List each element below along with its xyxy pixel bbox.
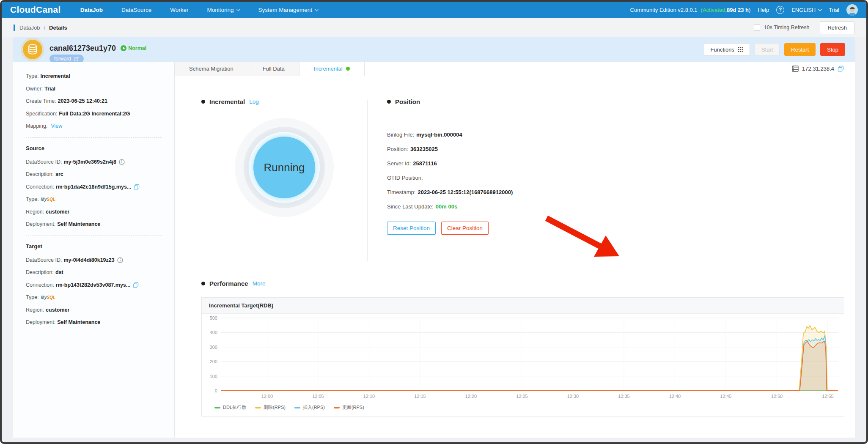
info-icon[interactable]	[119, 159, 125, 165]
worker-ip: 172.31.238.4	[802, 66, 834, 72]
edit-icon[interactable]	[74, 56, 79, 61]
stop-button[interactable]: Stop	[820, 43, 845, 56]
field-label: Description:	[26, 171, 54, 178]
tab-label: Incremental	[314, 66, 343, 72]
svg-text:200: 200	[210, 359, 217, 364]
chevron-down-icon	[818, 7, 822, 11]
info-icon[interactable]	[117, 257, 123, 263]
nav-item-system-management[interactable]: System Management	[258, 7, 319, 13]
field-value: my-5j3m0e369s2n4j8	[63, 159, 116, 166]
tab-full-data[interactable]: Full Data	[248, 62, 299, 76]
reset-position-button[interactable]: Reset Position	[387, 222, 436, 235]
legend-label: 删除(RPS)	[264, 404, 286, 411]
user-name[interactable]: Trial	[829, 7, 839, 13]
position-row: Position:363235025	[387, 146, 855, 152]
topnav-right: Community Edition v2.8.0.1 (Activated , …	[630, 4, 858, 16]
field-label: Server Id:	[387, 160, 411, 167]
database-icon	[23, 40, 42, 59]
green-status-dot	[346, 67, 350, 71]
position-row: Server Id:25871116	[387, 160, 855, 167]
field-label: Connection:	[26, 184, 54, 191]
field-value: my-0l4d4di80k19z23	[63, 257, 114, 264]
details-panel: Type:IncrementalOwner:TrialCreate Time:2…	[13, 62, 855, 438]
help-link[interactable]: Help	[758, 7, 769, 13]
cloudcanal-logo[interactable]: CloudCanal	[10, 5, 61, 15]
field-label: GTID Position:	[387, 175, 423, 181]
bullet-icon	[387, 100, 391, 104]
chart-legend: DDL执行数删除(RPS)插入(RPS)更新(RPS)	[202, 403, 844, 416]
running-state-label: Running	[264, 161, 305, 174]
nav-item-worker[interactable]: Worker	[170, 7, 188, 13]
sidebar-row: Create Time:2023-06-25 12:40:21	[26, 98, 162, 105]
field-label: DataSource ID:	[26, 257, 62, 264]
restart-button[interactable]: Restart	[784, 43, 816, 56]
field-label: Mapping:	[26, 123, 47, 130]
breadcrumb-accent-bar	[14, 25, 15, 31]
svg-text:500: 500	[210, 315, 217, 321]
field-label: DataSource ID:	[26, 159, 62, 166]
play-status-icon	[121, 45, 126, 51]
breadcrumb-current: Details	[49, 25, 67, 31]
svg-text:12:00: 12:00	[261, 394, 273, 399]
svg-text:400: 400	[210, 330, 217, 335]
sidebar-row: Deployment:Self Maintenance	[26, 319, 162, 326]
svg-text:12:45: 12:45	[720, 394, 731, 399]
language-selector[interactable]: ENGLISH	[791, 7, 821, 13]
copy-icon[interactable]	[133, 282, 139, 288]
sidebar-row: Mapping:View	[26, 123, 162, 130]
svg-text:12:50: 12:50	[771, 394, 783, 399]
more-link[interactable]: More	[253, 280, 266, 287]
log-link[interactable]: Log	[249, 99, 259, 105]
mysql-icon: MySQL	[41, 295, 55, 301]
job-info-sidebar: Type:IncrementalOwner:TrialCreate Time:2…	[13, 62, 175, 438]
field-value: Full Data:2G Incremental:2G	[59, 110, 130, 118]
svg-text:300: 300	[210, 345, 217, 350]
field-value: dst	[55, 269, 63, 277]
legend-item[interactable]: DDL执行数	[214, 404, 246, 411]
copy-icon[interactable]	[134, 184, 140, 190]
chart-title: Incremental Target(RDB)	[202, 298, 844, 314]
incremental-position-section: Incremental Log Running	[175, 76, 855, 261]
job-header-card: canal61273eu1y70 Normal forward Fun	[13, 37, 855, 62]
clear-position-button[interactable]: Clear Position	[441, 222, 489, 235]
position-row: Timestamp:2023-06-25 12:55:12(1687668912…	[387, 189, 855, 195]
field-value: 25871116	[413, 160, 437, 167]
functions-button[interactable]: Functions	[704, 43, 750, 56]
grid-icon	[738, 47, 743, 52]
field-label: Binlog File:	[387, 132, 414, 138]
sidebar-row: Region:customer	[26, 307, 162, 314]
performance-section: Performance More Incremental Target(RDB)…	[175, 261, 855, 417]
legend-item[interactable]: 更新(RPS)	[334, 404, 364, 411]
mysql-icon: MySQL	[41, 197, 55, 203]
question-icon[interactable]: ?	[776, 6, 784, 14]
activated-duration: 89d 23 h	[727, 7, 749, 13]
sidebar-row: Description:src	[26, 171, 162, 178]
chevron-down-icon	[315, 7, 319, 11]
timing-refresh-checkbox[interactable]	[754, 25, 760, 31]
nav-item-datasource[interactable]: DataSource	[121, 7, 151, 13]
tab-label: Schema Migration	[189, 66, 233, 72]
legend-item[interactable]: 插入(RPS)	[294, 404, 325, 411]
user-face-icon	[848, 6, 857, 16]
start-button[interactable]: Start	[755, 43, 780, 56]
field-label: Region:	[26, 208, 44, 216]
view-mapping-link[interactable]: View	[51, 123, 62, 130]
position-row: Since Last Update:00m 00s	[387, 203, 855, 210]
worker-ip-box: 172.31.238.4	[792, 62, 855, 76]
top-navigation: CloudCanal DataJobDataSourceWorkerMonito…	[2, 2, 866, 18]
nav-item-datajob[interactable]: DataJob	[80, 7, 103, 13]
tab-incremental[interactable]: Incremental	[299, 62, 365, 76]
copy-icon[interactable]	[838, 66, 844, 72]
sidebar-row: Owner:Trial	[26, 85, 162, 93]
incremental-column: Incremental Log Running	[201, 98, 367, 261]
status-label: Normal	[128, 45, 146, 51]
nav-item-monitoring[interactable]: Monitoring	[207, 7, 240, 13]
tab-schema-migration[interactable]: Schema Migration	[175, 62, 248, 76]
sidebar-section-target: Target	[26, 243, 162, 249]
legend-item[interactable]: 删除(RPS)	[255, 404, 286, 411]
avatar[interactable]	[846, 4, 858, 16]
field-label: Region:	[26, 307, 44, 314]
timing-refresh-label: 10s Timing Refresh	[764, 25, 810, 30]
breadcrumb-parent[interactable]: DataJob	[19, 25, 40, 31]
refresh-button[interactable]: Refresh	[820, 21, 854, 34]
